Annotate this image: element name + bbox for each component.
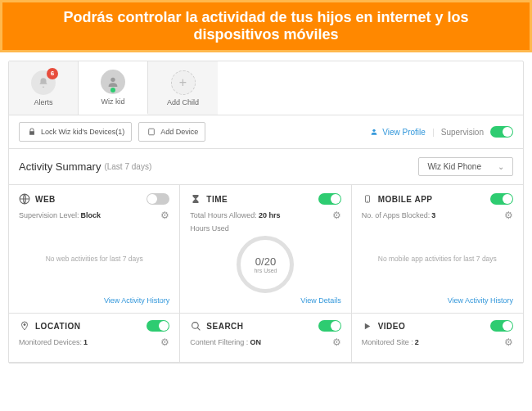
toolbar: Lock Wiz kid's Devices(1) Add Device Vie… <box>9 115 523 149</box>
supervision-toggle[interactable] <box>490 126 513 138</box>
user-icon <box>368 126 380 138</box>
time-link[interactable]: View Details <box>190 296 340 305</box>
mobile-toggle[interactable] <box>490 193 513 205</box>
view-profile-link[interactable]: View Profile <box>368 126 426 138</box>
search-toggle[interactable] <box>318 320 341 332</box>
svg-rect-1 <box>149 129 155 135</box>
video-row-label: Monitored Site : <box>362 338 413 346</box>
svg-point-6 <box>24 324 25 326</box>
time-toggle[interactable] <box>318 193 341 205</box>
profile-tabs: 6 Alerts Wiz kid + Add Child <box>9 61 523 115</box>
tab-add-label: Add Child <box>167 98 199 106</box>
card-location: LOCATION Monitored Devices: 1 ⚙ <box>9 314 180 363</box>
card-search: SEARCH Content Filtering : ON ⚙ <box>180 314 351 363</box>
annotation-banner: Podrás controlar la actividad de tus hij… <box>0 0 532 52</box>
main-panel: 6 Alerts Wiz kid + Add Child Lock Wiz ki… <box>8 61 524 364</box>
card-web: WEB Supervision Level: Block ⚙ No web ac… <box>9 185 180 314</box>
search-icon <box>190 320 201 332</box>
card-time: TIME Total Hours Allowed: 20 hrs ⚙ Hours… <box>180 185 351 314</box>
gauge-label: hrs Used <box>254 268 277 273</box>
web-row-value: Block <box>81 211 101 219</box>
card-video: VIDEO Monitored Site : 2 ⚙ <box>352 314 523 363</box>
mobile-empty: No mobile app activities for last 7 days <box>378 255 497 263</box>
card-time-title: TIME <box>206 195 313 204</box>
mobile-row-value: 3 <box>431 211 435 219</box>
online-dot-icon <box>110 88 115 93</box>
card-mobile: MOBILE APP No. of Apps Blocked: 3 ⚙ No m… <box>352 185 523 314</box>
device-dropdown[interactable]: Wiz Kid Phone ⌄ <box>418 157 513 176</box>
search-row-label: Content Filtering : <box>190 338 248 346</box>
gear-icon[interactable]: ⚙ <box>504 210 513 221</box>
svg-point-7 <box>192 322 198 328</box>
video-row-value: 2 <box>415 338 419 346</box>
gauge-value: 0/20 <box>254 255 277 268</box>
tab-alerts-label: Alerts <box>34 98 52 106</box>
gear-icon[interactable]: ⚙ <box>504 336 513 348</box>
card-video-title: VIDEO <box>378 322 485 331</box>
gear-icon[interactable]: ⚙ <box>332 210 341 221</box>
phone-icon <box>362 193 373 205</box>
video-toggle[interactable] <box>490 320 513 332</box>
card-search-title: SEARCH <box>206 322 313 331</box>
avatar-icon <box>101 70 125 94</box>
device-selected: Wiz Kid Phone <box>427 162 481 171</box>
tab-add-child[interactable]: + Add Child <box>148 61 218 115</box>
supervision-label: Supervision <box>441 128 484 137</box>
web-empty: No web activities for last 7 days <box>46 255 143 263</box>
tab-child-label: Wiz kid <box>101 97 125 106</box>
web-row-label: Supervision Level: <box>19 211 79 219</box>
view-profile-label: View Profile <box>382 128 426 137</box>
card-location-title: LOCATION <box>35 322 142 331</box>
bell-icon: 6 <box>31 70 56 95</box>
lock-devices-button[interactable]: Lock Wiz kid's Devices(1) <box>19 122 132 142</box>
svg-point-2 <box>373 129 376 132</box>
location-row-value: 1 <box>83 338 88 346</box>
gear-icon[interactable]: ⚙ <box>160 336 169 348</box>
add-device-label: Add Device <box>160 128 198 136</box>
tab-child[interactable]: Wiz kid <box>79 61 148 115</box>
plus-icon: + <box>171 70 196 95</box>
lock-icon <box>26 126 38 138</box>
lock-devices-label: Lock Wiz kid's Devices(1) <box>41 128 124 136</box>
summary-subtitle: (Last 7 days) <box>104 162 151 171</box>
play-icon <box>362 320 373 332</box>
mobile-link[interactable]: View Activity History <box>362 296 513 305</box>
cards-grid: WEB Supervision Level: Block ⚙ No web ac… <box>9 184 523 363</box>
alerts-badge: 6 <box>47 68 58 79</box>
time-row2-label: Hours Used <box>190 224 229 233</box>
device-icon <box>146 126 157 138</box>
search-row-value: ON <box>250 338 261 346</box>
web-link[interactable]: View Activity History <box>19 296 169 305</box>
location-row-label: Monitored Devices: <box>19 338 82 346</box>
web-toggle[interactable] <box>147 193 169 205</box>
hourglass-icon <box>190 193 201 205</box>
time-row-label: Total Hours Allowed: <box>190 211 257 219</box>
svg-line-8 <box>197 327 200 330</box>
tab-alerts[interactable]: 6 Alerts <box>9 61 79 115</box>
add-device-button[interactable]: Add Device <box>138 122 205 142</box>
card-mobile-title: MOBILE APP <box>378 195 485 204</box>
hours-gauge: 0/20 hrs Used <box>237 236 294 293</box>
gear-icon[interactable]: ⚙ <box>332 336 341 348</box>
gear-icon[interactable]: ⚙ <box>160 210 169 221</box>
pin-icon <box>19 320 30 332</box>
summary-title: Activity Summary <box>19 160 101 173</box>
chevron-down-icon: ⌄ <box>498 162 504 171</box>
mobile-row-label: No. of Apps Blocked: <box>362 211 431 219</box>
time-row-value: 20 hrs <box>259 211 281 219</box>
card-web-title: WEB <box>35 195 142 204</box>
location-toggle[interactable] <box>147 320 169 332</box>
svg-point-0 <box>110 77 115 81</box>
summary-header: Activity Summary (Last 7 days) Wiz Kid P… <box>9 149 523 184</box>
globe-icon <box>19 193 30 205</box>
